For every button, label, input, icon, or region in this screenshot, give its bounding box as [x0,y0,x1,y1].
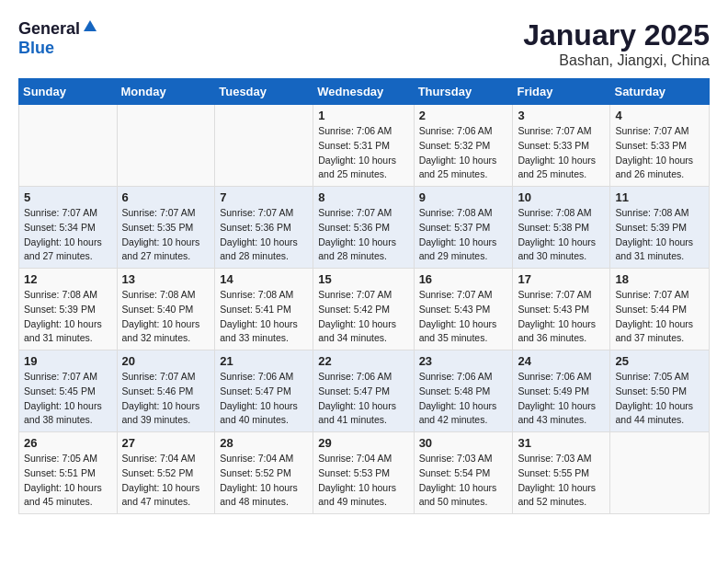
calendar-cell [610,432,710,514]
header-thursday: Thursday [414,79,513,105]
page-header: General Blue January 2025 Bashan, Jiangx… [18,18,710,69]
day-number: 9 [419,190,508,204]
day-number: 10 [518,190,605,204]
day-number: 28 [220,436,308,450]
day-info: Sunrise: 7:07 AM Sunset: 5:44 PM Dayligh… [615,288,704,346]
day-info: Sunrise: 7:07 AM Sunset: 5:35 PM Dayligh… [122,206,210,264]
day-number: 6 [122,190,210,204]
calendar-cell: 31Sunrise: 7:03 AM Sunset: 5:55 PM Dayli… [513,432,610,514]
calendar-cell: 21Sunrise: 7:06 AM Sunset: 5:47 PM Dayli… [215,350,313,432]
calendar-cell: 6Sunrise: 7:07 AM Sunset: 5:35 PM Daylig… [117,187,215,269]
day-info: Sunrise: 7:06 AM Sunset: 5:47 PM Dayligh… [220,370,308,428]
day-info: Sunrise: 7:03 AM Sunset: 5:55 PM Dayligh… [518,452,605,510]
calendar-cell: 27Sunrise: 7:04 AM Sunset: 5:52 PM Dayli… [117,432,215,514]
day-info: Sunrise: 7:07 AM Sunset: 5:45 PM Dayligh… [24,370,112,428]
day-info: Sunrise: 7:07 AM Sunset: 5:42 PM Dayligh… [318,288,408,346]
header-saturday: Saturday [610,79,710,105]
header-friday: Friday [513,79,610,105]
calendar-cell: 1Sunrise: 7:06 AM Sunset: 5:31 PM Daylig… [313,105,414,187]
day-number: 5 [24,190,112,204]
day-number: 14 [220,272,308,286]
day-number: 24 [518,354,605,368]
day-number: 11 [615,190,704,204]
calendar-cell: 9Sunrise: 7:08 AM Sunset: 5:37 PM Daylig… [414,187,513,269]
calendar-cell: 28Sunrise: 7:04 AM Sunset: 5:52 PM Dayli… [215,432,313,514]
calendar-cell: 17Sunrise: 7:07 AM Sunset: 5:43 PM Dayli… [513,269,610,350]
day-number: 20 [122,354,210,368]
logo-general: General [18,19,80,39]
calendar-cell [117,105,215,187]
day-info: Sunrise: 7:04 AM Sunset: 5:52 PM Dayligh… [122,452,210,510]
logo-blue: Blue [18,39,54,57]
calendar-table: Sunday Monday Tuesday Wednesday Thursday… [18,78,710,514]
day-info: Sunrise: 7:04 AM Sunset: 5:53 PM Dayligh… [318,452,408,510]
day-info: Sunrise: 7:07 AM Sunset: 5:33 PM Dayligh… [615,124,704,182]
title-block: January 2025 Bashan, Jiangxi, China [523,18,710,69]
header-sunday: Sunday [19,79,118,105]
calendar-cell: 7Sunrise: 7:07 AM Sunset: 5:36 PM Daylig… [215,187,313,269]
calendar-cell: 2Sunrise: 7:06 AM Sunset: 5:32 PM Daylig… [414,105,513,187]
day-info: Sunrise: 7:06 AM Sunset: 5:49 PM Dayligh… [518,370,605,428]
day-info: Sunrise: 7:06 AM Sunset: 5:32 PM Dayligh… [419,124,508,182]
logo-icon [82,18,98,39]
day-number: 3 [518,109,605,122]
day-number: 8 [318,190,408,204]
day-info: Sunrise: 7:06 AM Sunset: 5:47 PM Dayligh… [318,370,408,428]
day-info: Sunrise: 7:08 AM Sunset: 5:39 PM Dayligh… [615,206,704,264]
day-info: Sunrise: 7:07 AM Sunset: 5:36 PM Dayligh… [220,206,308,264]
day-number: 26 [24,436,112,450]
calendar-cell: 12Sunrise: 7:08 AM Sunset: 5:39 PM Dayli… [19,269,118,350]
day-number: 29 [318,436,408,450]
calendar-cell: 4Sunrise: 7:07 AM Sunset: 5:33 PM Daylig… [610,105,710,187]
day-number: 22 [318,354,408,368]
calendar-subtitle: Bashan, Jiangxi, China [523,52,710,69]
calendar-header-row: Sunday Monday Tuesday Wednesday Thursday… [19,79,710,105]
day-number: 1 [318,109,408,122]
calendar-cell: 26Sunrise: 7:05 AM Sunset: 5:51 PM Dayli… [19,432,118,514]
day-info: Sunrise: 7:04 AM Sunset: 5:52 PM Dayligh… [220,452,308,510]
day-number: 7 [220,190,308,204]
day-info: Sunrise: 7:03 AM Sunset: 5:54 PM Dayligh… [419,452,508,510]
calendar-title: January 2025 [523,18,710,52]
calendar-cell: 20Sunrise: 7:07 AM Sunset: 5:46 PM Dayli… [117,350,215,432]
day-number: 18 [615,272,704,286]
day-info: Sunrise: 7:07 AM Sunset: 5:36 PM Dayligh… [318,206,408,264]
calendar-cell: 11Sunrise: 7:08 AM Sunset: 5:39 PM Dayli… [610,187,710,269]
day-number: 4 [615,109,704,122]
day-number: 16 [419,272,508,286]
day-number: 12 [24,272,112,286]
day-number: 2 [419,109,508,122]
day-info: Sunrise: 7:08 AM Sunset: 5:38 PM Dayligh… [518,206,605,264]
day-number: 25 [615,354,704,368]
header-wednesday: Wednesday [313,79,414,105]
calendar-cell: 24Sunrise: 7:06 AM Sunset: 5:49 PM Dayli… [513,350,610,432]
day-number: 27 [122,436,210,450]
calendar-cell [215,105,313,187]
day-number: 23 [419,354,508,368]
svg-marker-0 [84,20,97,31]
day-info: Sunrise: 7:08 AM Sunset: 5:41 PM Dayligh… [220,288,308,346]
calendar-week-2: 5Sunrise: 7:07 AM Sunset: 5:34 PM Daylig… [19,187,710,269]
calendar-cell: 18Sunrise: 7:07 AM Sunset: 5:44 PM Dayli… [610,269,710,350]
day-info: Sunrise: 7:06 AM Sunset: 5:48 PM Dayligh… [419,370,508,428]
logo: General Blue [18,18,98,58]
calendar-cell: 10Sunrise: 7:08 AM Sunset: 5:38 PM Dayli… [513,187,610,269]
day-info: Sunrise: 7:08 AM Sunset: 5:39 PM Dayligh… [24,288,112,346]
calendar-cell: 25Sunrise: 7:05 AM Sunset: 5:50 PM Dayli… [610,350,710,432]
calendar-cell: 16Sunrise: 7:07 AM Sunset: 5:43 PM Dayli… [414,269,513,350]
calendar-cell: 13Sunrise: 7:08 AM Sunset: 5:40 PM Dayli… [117,269,215,350]
calendar-cell: 23Sunrise: 7:06 AM Sunset: 5:48 PM Dayli… [414,350,513,432]
calendar-week-1: 1Sunrise: 7:06 AM Sunset: 5:31 PM Daylig… [19,105,710,187]
calendar-cell: 30Sunrise: 7:03 AM Sunset: 5:54 PM Dayli… [414,432,513,514]
calendar-cell: 15Sunrise: 7:07 AM Sunset: 5:42 PM Dayli… [313,269,414,350]
day-info: Sunrise: 7:05 AM Sunset: 5:51 PM Dayligh… [24,452,112,510]
day-info: Sunrise: 7:07 AM Sunset: 5:43 PM Dayligh… [419,288,508,346]
calendar-week-3: 12Sunrise: 7:08 AM Sunset: 5:39 PM Dayli… [19,269,710,350]
calendar-cell: 14Sunrise: 7:08 AM Sunset: 5:41 PM Dayli… [215,269,313,350]
day-info: Sunrise: 7:08 AM Sunset: 5:37 PM Dayligh… [419,206,508,264]
calendar-cell: 22Sunrise: 7:06 AM Sunset: 5:47 PM Dayli… [313,350,414,432]
calendar-cell: 8Sunrise: 7:07 AM Sunset: 5:36 PM Daylig… [313,187,414,269]
calendar-cell [19,105,118,187]
calendar-week-4: 19Sunrise: 7:07 AM Sunset: 5:45 PM Dayli… [19,350,710,432]
day-info: Sunrise: 7:08 AM Sunset: 5:40 PM Dayligh… [122,288,210,346]
